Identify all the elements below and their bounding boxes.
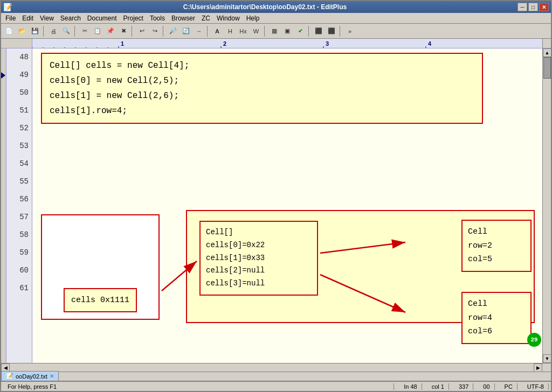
tb-sep1 — [43, 26, 45, 37]
tab-close-btn[interactable]: ✕ — [50, 373, 54, 379]
tb-check[interactable]: ✔ — [294, 25, 306, 37]
menu-browser[interactable]: Browser — [168, 14, 198, 23]
svg-text:1: 1 — [121, 40, 124, 47]
tb-paste[interactable]: 📌 — [105, 25, 116, 37]
tb-preview[interactable]: 🔍 — [60, 25, 72, 37]
scroll-up-btn[interactable]: ▲ — [543, 48, 551, 57]
status-num1: 337 — [454, 383, 473, 390]
code-line-55 — [38, 173, 542, 191]
tb-delete[interactable]: ✖ — [118, 25, 129, 37]
window-controls: ─ □ ✕ — [518, 3, 549, 11]
tb-cut[interactable]: ✂ — [79, 25, 91, 37]
ln-50: 50 — [6, 84, 29, 102]
tb-bold[interactable]: A — [211, 25, 223, 37]
tb-copy[interactable]: 📋 — [92, 25, 104, 37]
title-text: C:\Users\adminitartor\Desktop\ooDay02.tx… — [12, 3, 518, 11]
ln-56: 56 — [6, 191, 29, 208]
scroll-thumb[interactable] — [543, 57, 551, 79]
tb-browser2[interactable]: ⬛ — [326, 25, 337, 37]
left-margin — [1, 48, 6, 363]
scroll-down-btn[interactable]: ▼ — [543, 354, 551, 363]
menu-project[interactable]: Project — [120, 14, 147, 23]
menu-document[interactable]: Document — [84, 14, 120, 23]
tb-open[interactable]: 📂 — [16, 25, 28, 37]
code-line-51-text: cells[1].row=4; — [50, 103, 474, 118]
status-encoding: UTF-8 — [523, 383, 549, 390]
svg-text:4: 4 — [428, 40, 432, 47]
ln-58: 58 — [6, 226, 29, 244]
menu-file[interactable]: File — [2, 14, 19, 23]
titlebar: 📝 C:\Users\adminitartor\Desktop\ooDay02.… — [1, 1, 551, 13]
code-line-53 — [38, 137, 542, 155]
tb-find[interactable]: 🔎 — [167, 25, 179, 37]
status-col: col 1 — [427, 383, 449, 390]
vscrollbar: ▲ ▼ — [542, 48, 551, 363]
tb-sep2 — [74, 26, 77, 37]
window: 📝 C:\Users\adminitartor\Desktop\ooDay02.… — [0, 0, 552, 392]
hscrollbar: ◀ ▶ — [1, 363, 551, 372]
tb-more[interactable]: » — [344, 25, 356, 37]
array-line1: Cell[] — [206, 226, 312, 239]
ln-51: 51 — [6, 102, 29, 120]
editor-area: 48 49 50 51 52 53 54 55 56 57 58 59 60 6… — [1, 48, 551, 363]
scroll-right-btn[interactable]: ▶ — [534, 363, 542, 372]
status-ln: In 48 — [399, 383, 422, 390]
tb-undo[interactable]: ↩ — [136, 25, 148, 37]
scroll-track[interactable] — [543, 57, 551, 354]
tb-save[interactable]: 💾 — [29, 25, 41, 37]
tb-new[interactable]: 📄 — [3, 25, 15, 37]
array-line4: cells[2]=null — [206, 264, 312, 277]
tb-highlight[interactable]: H — [224, 25, 236, 37]
ruler-corner — [1, 39, 32, 48]
code-line-49-text: cells[0] = new Cell(2,5); — [50, 73, 474, 88]
minimize-button[interactable]: ─ — [518, 3, 527, 11]
tb-sep7 — [308, 26, 310, 37]
tb-replace[interactable]: 🔄 — [180, 25, 192, 37]
tab-ooday02[interactable]: 📝 ooDay02.txt ✕ — [1, 371, 59, 381]
menu-window[interactable]: Window — [213, 14, 243, 23]
ruler: 1 2 3 4 — [32, 39, 542, 48]
tb-wordwrap[interactable]: W — [250, 25, 262, 37]
hscroll-corner — [542, 363, 551, 372]
code-line-48-text: Cell[] cells = new Cell[4]; — [50, 58, 474, 73]
tb-sep5 — [207, 26, 209, 37]
code-line-50-text: cells[1] = new Cell(2,6); — [50, 88, 474, 103]
zc-badge: 29 — [527, 333, 541, 347]
ln-53: 53 — [6, 137, 29, 155]
svg-text:2: 2 — [223, 40, 226, 47]
tb-font[interactable]: Hx — [237, 25, 249, 37]
tb-sep4 — [163, 26, 165, 37]
ln-61: 61 — [6, 279, 29, 297]
menu-tools[interactable]: Tools — [147, 14, 168, 23]
code-box: Cell[] cells = new Cell[4]; cells[0] = n… — [41, 53, 483, 124]
ln-48: 48 — [6, 48, 29, 66]
array-line5: cells[3]=null — [206, 277, 312, 290]
code-area[interactable]: Cell[] cells = new Cell[4]; cells[0] = n… — [32, 48, 542, 363]
cell1-line3: col=5 — [468, 253, 525, 267]
status-mode: PC — [500, 383, 518, 390]
menu-zc[interactable]: ZC — [198, 14, 213, 23]
close-button[interactable]: ✕ — [539, 3, 549, 11]
tb-col1[interactable]: ▦ — [268, 25, 280, 37]
menu-help[interactable]: Help — [243, 14, 263, 23]
array-line2: cells[0]=0x22 — [206, 239, 312, 252]
maximize-button[interactable]: □ — [528, 3, 538, 11]
tb-print[interactable]: 🖨 — [47, 25, 59, 37]
menu-view[interactable]: View — [37, 14, 57, 23]
ln-55: 55 — [6, 173, 29, 191]
tb-redo[interactable]: ↪ — [149, 25, 161, 37]
cell1-line2: row=2 — [468, 239, 525, 253]
cell1-box: Cell row=2 col=5 — [461, 220, 532, 272]
code-line-54 — [38, 155, 542, 173]
menubar: File Edit View Search Document Project T… — [1, 13, 551, 24]
ln-59: 59 — [6, 244, 29, 262]
menu-edit[interactable]: Edit — [19, 14, 37, 23]
tb-col2[interactable]: ▣ — [281, 25, 293, 37]
app-icon: 📝 — [3, 3, 12, 11]
status-num2: 00 — [479, 383, 494, 390]
ruler-container: 1 2 3 4 — [1, 39, 551, 48]
menu-search[interactable]: Search — [57, 14, 84, 23]
tb-goto[interactable]: → — [193, 25, 205, 37]
tb-browser1[interactable]: ⬛ — [313, 25, 325, 37]
cell1-line1: Cell — [468, 225, 525, 239]
